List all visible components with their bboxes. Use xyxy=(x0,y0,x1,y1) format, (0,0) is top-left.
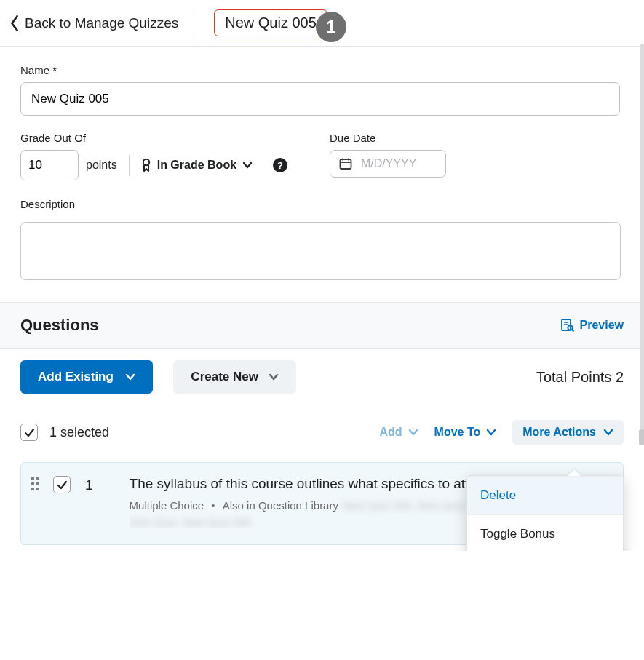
due-label: Due Date xyxy=(330,132,446,144)
create-new-button[interactable]: Create New xyxy=(173,360,296,394)
menu-item-delete[interactable]: Delete xyxy=(467,476,623,514)
more-actions-menu: Delete Toggle Bonus Toggle Mandatory Set… xyxy=(466,475,624,551)
add-existing-label: Add Existing xyxy=(38,370,114,384)
ribbon-icon xyxy=(141,158,151,172)
quiz-form: Name * Grade Out Of points In Grade Book… xyxy=(0,47,644,289)
description-textarea[interactable] xyxy=(20,222,621,280)
move-to-dropdown[interactable]: Move To xyxy=(434,426,497,439)
due-placeholder: M/D/YYYY xyxy=(361,157,416,170)
question-actions-row: Add Existing Create New Total Points 2 xyxy=(0,349,644,414)
back-label: Back to Manage Quizzes xyxy=(25,15,178,31)
questions-heading: Questions xyxy=(20,316,99,335)
quiz-title-highlight: New Quiz 005 xyxy=(214,9,327,36)
question-checkbox[interactable] xyxy=(53,476,71,493)
total-points: Total Points 2 xyxy=(536,369,624,386)
select-all-checkbox[interactable] xyxy=(20,424,38,441)
chevron-down-icon xyxy=(242,160,253,170)
svg-line-9 xyxy=(572,330,574,332)
svg-point-0 xyxy=(143,159,149,165)
divider xyxy=(196,9,196,38)
chevron-down-icon xyxy=(269,372,279,382)
name-label: Name * xyxy=(20,64,624,76)
callout-badge-1: 1 xyxy=(316,12,346,42)
gradebook-label: In Grade Book xyxy=(157,159,236,172)
menu-item-toggle-bonus[interactable]: Toggle Bonus xyxy=(467,514,623,551)
name-input[interactable] xyxy=(20,82,620,116)
selected-count: 1 selected xyxy=(49,425,109,440)
add-existing-button[interactable]: Add Existing xyxy=(20,360,153,394)
points-word: points xyxy=(86,159,117,172)
questions-header: Questions Preview xyxy=(0,302,644,349)
scrollbar-track[interactable] xyxy=(640,44,644,437)
add-dropdown[interactable]: Add xyxy=(379,426,418,439)
calendar-icon xyxy=(339,157,352,170)
divider xyxy=(129,155,130,175)
drag-handle-icon[interactable] xyxy=(31,477,41,490)
due-date-input[interactable]: M/D/YYYY xyxy=(330,150,446,178)
gradebook-dropdown[interactable]: In Grade Book xyxy=(141,158,253,172)
more-actions-dropdown[interactable]: More Actions xyxy=(512,420,624,445)
chevron-down-icon xyxy=(603,427,613,437)
grade-label: Grade Out Of xyxy=(20,132,297,144)
chevron-down-icon xyxy=(486,427,496,437)
scrollbar-handle[interactable] xyxy=(639,429,644,445)
back-link[interactable]: Back to Manage Quizzes xyxy=(10,15,178,31)
selection-bar: 1 selected Add Move To More Actions xyxy=(0,414,644,456)
create-new-label: Create New xyxy=(191,370,258,384)
preview-label: Preview xyxy=(580,319,624,332)
help-icon[interactable]: ? xyxy=(273,158,287,172)
chevron-down-icon xyxy=(408,427,418,437)
description-label: Description xyxy=(20,198,624,210)
chevron-left-icon xyxy=(10,15,19,31)
question-number: 1 xyxy=(85,477,93,493)
preview-link[interactable]: Preview xyxy=(561,319,624,332)
grade-points-input[interactable] xyxy=(20,150,79,180)
svg-rect-1 xyxy=(341,159,351,169)
preview-icon xyxy=(561,319,574,332)
chevron-down-icon xyxy=(125,372,135,382)
dropdown-arrow-icon xyxy=(568,469,581,476)
